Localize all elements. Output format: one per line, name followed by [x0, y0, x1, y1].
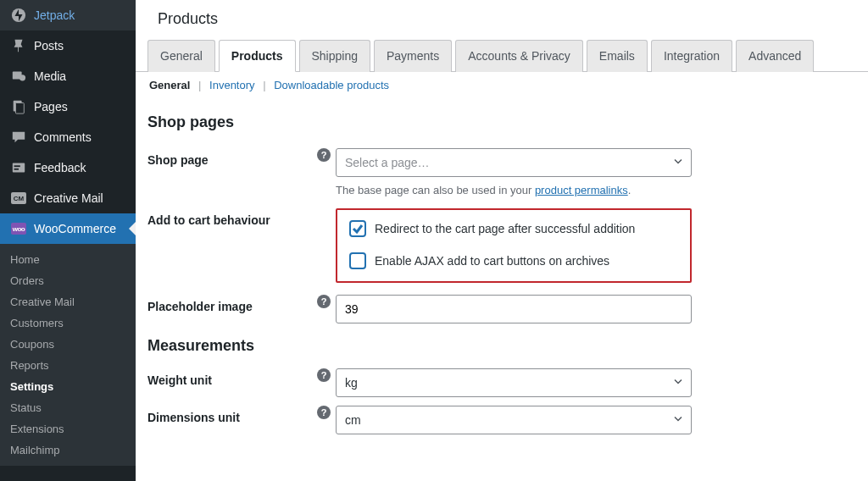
shop-page-description: The base page can also be used in your p… [336, 184, 692, 196]
main-content: Products General Products Shipping Payme… [136, 0, 868, 481]
sidebar-item-label: Creative Mail [34, 191, 103, 205]
label-weight-unit: Weight unit [147, 368, 317, 387]
sidebar-item-label: WooCommerce [34, 222, 116, 235]
tab-products[interactable]: Products [219, 40, 296, 72]
sidebar-item-comments[interactable]: Comments [0, 122, 136, 152]
row-cart-behaviour: Add to cart behaviour Redirect to the ca… [147, 196, 856, 283]
dimensions-unit-select[interactable]: cm [336, 406, 692, 434]
page-title: Products [136, 0, 868, 40]
sidebar-sub-coupons[interactable]: Coupons [0, 334, 136, 355]
label-shop-page: Shop page [147, 148, 317, 167]
separator: | [195, 79, 204, 91]
sidebar-sub-customers[interactable]: Customers [0, 312, 136, 334]
checkbox-label: Redirect to the cart page after successf… [375, 222, 635, 235]
sub-tabs: General | Inventory | Downloadable produ… [136, 72, 868, 91]
help-icon[interactable]: ? [317, 406, 331, 419]
sidebar-item-label: Jetpack [34, 8, 75, 22]
subtab-inventory[interactable]: Inventory [208, 79, 256, 91]
help-icon[interactable]: ? [317, 148, 331, 162]
svg-rect-6 [15, 103, 24, 114]
select-value: kg [336, 368, 692, 397]
row-weight-unit: Weight unit ? kg [147, 360, 856, 397]
svg-rect-8 [14, 165, 20, 167]
sidebar-submenu: Home Orders Creative Mail Customers Coup… [0, 244, 136, 466]
sidebar-item-creative-mail[interactable]: CM Creative Mail [0, 183, 136, 213]
media-icon [10, 68, 27, 85]
woocommerce-icon: woo [10, 220, 27, 237]
sidebar-item-label: Posts [34, 39, 64, 53]
placeholder-image-input[interactable] [336, 295, 692, 323]
label-placeholder-image: Placeholder image [147, 295, 317, 313]
sidebar-sub-extensions[interactable]: Extensions [0, 418, 136, 440]
sidebar-item-woocommerce[interactable]: woo WooCommerce [0, 213, 136, 244]
weight-unit-select[interactable]: kg [336, 368, 692, 397]
subtab-general[interactable]: General [147, 79, 192, 91]
row-placeholder-image: Placeholder image ? [147, 283, 856, 323]
tab-general[interactable]: General [147, 40, 215, 72]
shop-page-select[interactable]: Select a page… [336, 148, 692, 177]
checkbox-redirect-cart[interactable]: Redirect to the cart page after successf… [349, 220, 678, 237]
sidebar-sub-reports[interactable]: Reports [0, 355, 136, 376]
select-value: cm [336, 406, 692, 434]
sidebar-sub-mailchimp[interactable]: Mailchimp [0, 440, 136, 461]
sidebar-item-label: Media [34, 69, 66, 83]
pin-icon [10, 37, 27, 54]
creative-mail-icon: CM [10, 190, 27, 207]
row-shop-page: Shop page ? Select a page… The base page… [147, 136, 856, 196]
product-permalinks-link[interactable]: product permalinks [535, 184, 628, 196]
tab-payments[interactable]: Payments [374, 40, 452, 72]
sidebar-sub-home[interactable]: Home [0, 249, 136, 270]
help-icon[interactable]: ? [317, 295, 331, 308]
sidebar-sub-creative-mail[interactable]: Creative Mail [0, 291, 136, 312]
comments-icon [10, 129, 27, 146]
tab-shipping[interactable]: Shipping [299, 40, 371, 72]
select-value: Select a page… [336, 148, 692, 177]
sidebar-item-label: Comments [34, 130, 92, 144]
separator: | [259, 79, 269, 91]
tab-accounts-privacy[interactable]: Accounts & Privacy [455, 40, 583, 72]
feedback-icon [10, 159, 27, 176]
sidebar-item-media[interactable]: Media [0, 61, 136, 91]
checkbox-checked-icon [349, 220, 366, 237]
row-dimensions-unit: Dimensions unit ? cm [147, 397, 856, 434]
settings-tabs: General Products Shipping Payments Accou… [136, 40, 868, 72]
sidebar-sub-status[interactable]: Status [0, 397, 136, 418]
help-icon[interactable]: ? [317, 368, 331, 382]
checkbox-unchecked-icon [349, 252, 366, 269]
sidebar-item-posts[interactable]: Posts [0, 30, 136, 61]
cart-behaviour-highlight: Redirect to the cart page after successf… [336, 208, 692, 283]
svg-rect-7 [13, 163, 25, 173]
tab-integration[interactable]: Integration [651, 40, 732, 72]
sidebar-item-label: Feedback [34, 161, 86, 174]
admin-sidebar: Jetpack Posts Media Pages Comments Feedb… [0, 0, 136, 481]
section-shop-pages: Shop pages [147, 113, 856, 131]
tab-emails[interactable]: Emails [587, 40, 648, 72]
jetpack-icon [10, 7, 27, 24]
pages-icon [10, 98, 27, 115]
sidebar-item-jetpack[interactable]: Jetpack [0, 0, 136, 30]
subtab-downloadable[interactable]: Downloadable products [272, 79, 391, 91]
sidebar-item-feedback[interactable]: Feedback [0, 152, 136, 183]
checkbox-ajax-cart[interactable]: Enable AJAX add to cart buttons on archi… [349, 252, 678, 269]
sidebar-sub-settings[interactable]: Settings [0, 376, 136, 397]
label-cart-behaviour: Add to cart behaviour [147, 208, 317, 227]
settings-form: Shop pages Shop page ? Select a page… Th… [136, 91, 868, 434]
section-measurements: Measurements [147, 337, 856, 355]
sidebar-item-pages[interactable]: Pages [0, 91, 136, 122]
sidebar-sub-orders[interactable]: Orders [0, 270, 136, 291]
checkbox-label: Enable AJAX add to cart buttons on archi… [375, 254, 609, 268]
svg-point-4 [19, 75, 25, 80]
tab-advanced[interactable]: Advanced [736, 40, 814, 72]
sidebar-item-label: Pages [34, 100, 68, 113]
svg-rect-9 [14, 169, 19, 170]
label-dimensions-unit: Dimensions unit [147, 406, 317, 424]
